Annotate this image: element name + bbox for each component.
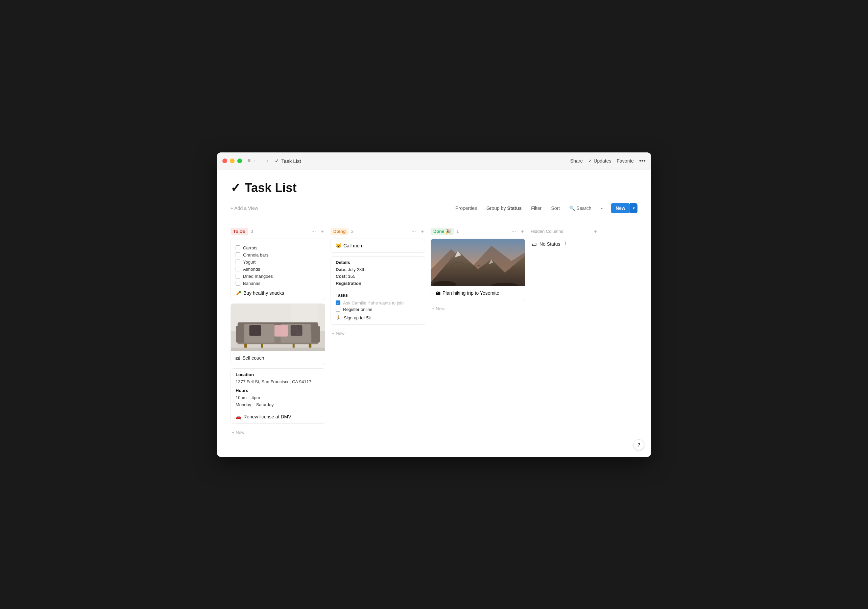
- card-buy-snacks-title: 🥕 Buy healthy snacks: [236, 290, 320, 296]
- more-options-button[interactable]: ···: [598, 203, 608, 213]
- back-button[interactable]: ←: [252, 157, 260, 164]
- titlebar: ≡ ← → ✓ Task List Share ✓ Updates Favori…: [217, 152, 651, 170]
- page-content: ✓ Task List + Add a View Properties Grou…: [217, 170, 651, 457]
- hiking-emoji: 🏔: [436, 290, 440, 296]
- todo-add-button[interactable]: +: [319, 228, 325, 235]
- sell-couch-emoji: 🛋: [236, 355, 240, 361]
- forward-button[interactable]: →: [263, 157, 271, 164]
- page-wrapper: ✓ Task List + Add a View Properties Grou…: [217, 170, 651, 457]
- card-hiking-yosemite[interactable]: 🏔 Plan hiking trip to Yosemite: [431, 239, 525, 300]
- page-header: ✓ Task List: [231, 170, 637, 200]
- card-buy-snacks-body: Carrots Granola bars Yogurt: [231, 239, 325, 300]
- new-button-group: New ▾: [611, 203, 637, 213]
- card-call-mom-body: 🐱 Call mom: [331, 239, 425, 253]
- details-title: Details: [336, 260, 420, 265]
- check-icon: ✓: [588, 158, 592, 164]
- date-row: Date: July 28th: [336, 266, 420, 273]
- properties-button[interactable]: Properties: [452, 203, 480, 213]
- done-more-button[interactable]: ···: [510, 228, 517, 235]
- checkbox-register-online[interactable]: [336, 307, 340, 311]
- buy-snacks-emoji: 🥕: [236, 290, 241, 296]
- done-add-button[interactable]: +: [519, 228, 525, 235]
- search-button[interactable]: 🔍 Search: [566, 203, 595, 213]
- checkbox-carrots[interactable]: [236, 245, 240, 250]
- hidden-columns: Hidden Columns + 🗃 No Status 1: [531, 226, 598, 450]
- doing-add-button[interactable]: +: [420, 228, 425, 235]
- done-add-new-button[interactable]: + New: [431, 304, 525, 314]
- checkbox-ask-camille[interactable]: ✓: [336, 301, 340, 305]
- sort-button[interactable]: Sort: [547, 203, 563, 213]
- hamburger-icon[interactable]: ≡: [247, 158, 251, 164]
- hours-value: 10am – 4pm: [236, 394, 320, 401]
- hours-label: Hours: [236, 388, 320, 393]
- couch-image: [231, 304, 325, 351]
- updates-button[interactable]: ✓ Updates: [588, 158, 611, 164]
- done-count: 1: [456, 229, 459, 234]
- column-doing: Doing 2 ··· + 🐱 Call mom: [330, 226, 425, 450]
- todo-more-button[interactable]: ···: [310, 228, 317, 235]
- card-sell-couch-body: 🛋 Sell couch: [231, 351, 325, 365]
- card-sell-couch[interactable]: 🛋 Sell couch: [231, 304, 325, 365]
- minimize-button[interactable]: [230, 158, 234, 163]
- svg-rect-10: [250, 325, 261, 336]
- card-renew-footer: 🚗 Renew license at DMV: [231, 413, 325, 423]
- doing-more-button[interactable]: ···: [410, 228, 417, 235]
- card-renew-dmv-body: Location 1377 Fell St, San Francisco, CA…: [231, 369, 325, 413]
- svg-rect-17: [261, 343, 263, 348]
- svg-rect-6: [311, 326, 320, 343]
- card-hiking-body: 🏔 Plan hiking trip to Yosemite: [431, 286, 525, 300]
- new-button[interactable]: New: [611, 203, 630, 213]
- maximize-button[interactable]: [237, 158, 242, 163]
- titlebar-nav: ← →: [252, 157, 271, 164]
- more-button[interactable]: •••: [639, 158, 646, 164]
- group-by-button[interactable]: Group by Status: [483, 203, 525, 213]
- no-status-icon: 🗃: [532, 241, 537, 247]
- no-status-label: No Status: [539, 241, 560, 247]
- card-hiking-title: 🏔 Plan hiking trip to Yosemite: [436, 290, 520, 296]
- task-item: ✓ Ask Camille if she wants to join: [336, 300, 420, 306]
- doing-column-actions: ··· +: [410, 228, 425, 235]
- filter-button[interactable]: Filter: [528, 203, 545, 213]
- todo-label: To Do: [231, 228, 248, 235]
- no-status-count: 1: [564, 241, 566, 246]
- column-todo: To Do 3 ··· + Carr: [231, 226, 325, 450]
- checklist-item: Dried mangoes: [236, 273, 320, 280]
- help-button[interactable]: ?: [634, 439, 644, 450]
- add-view-button[interactable]: + Add a View: [231, 206, 258, 211]
- toolbar: + Add a View Properties Group by Status …: [231, 200, 637, 219]
- favorite-button[interactable]: Favorite: [617, 158, 634, 164]
- titlebar-actions: Share ✓ Updates Favorite •••: [570, 158, 646, 164]
- doing-add-new-button[interactable]: + New: [330, 328, 425, 339]
- checklist-buy-snacks: Carrots Granola bars Yogurt: [236, 243, 320, 288]
- checkbox-granola[interactable]: [236, 253, 240, 257]
- titlebar-check-icon: ✓: [275, 158, 279, 164]
- svg-rect-18: [293, 343, 295, 348]
- traffic-lights: [222, 158, 242, 163]
- card-call-mom[interactable]: 🐱 Call mom: [330, 239, 425, 253]
- checkbox-bananas[interactable]: [236, 281, 240, 285]
- new-caret-button[interactable]: ▾: [630, 203, 637, 213]
- no-status-item[interactable]: 🗃 No Status 1: [531, 239, 598, 249]
- titlebar-title-text: Task List: [281, 158, 301, 164]
- checkbox-almonds[interactable]: [236, 267, 240, 271]
- search-icon: 🔍: [569, 206, 575, 211]
- location-label: Location: [236, 372, 320, 377]
- card-renew-dmv[interactable]: Location 1377 Fell St, San Francisco, CA…: [231, 368, 325, 424]
- todo-column-actions: ··· +: [310, 228, 325, 235]
- 5k-emoji: 🏃: [336, 315, 341, 321]
- todo-add-new-button[interactable]: + New: [231, 427, 325, 438]
- checklist-item: Granola bars: [236, 251, 320, 259]
- share-button[interactable]: Share: [570, 158, 583, 164]
- card-5k-tasks: Tasks ✓ Ask Camille if she wants to join…: [331, 291, 425, 324]
- svg-rect-5: [236, 326, 244, 343]
- hidden-columns-add-button[interactable]: +: [592, 228, 598, 235]
- page-title: Task List: [245, 181, 296, 195]
- close-button[interactable]: [222, 158, 227, 163]
- card-buy-snacks[interactable]: Carrots Granola bars Yogurt: [231, 239, 325, 300]
- done-column-actions: ··· +: [510, 228, 525, 235]
- checkbox-dried-mangoes[interactable]: [236, 274, 240, 279]
- hours-days: Monday – Saturday: [236, 401, 320, 409]
- card-sign-up-5k[interactable]: Details Date: July 28th Cost: $55 Regist…: [330, 256, 425, 325]
- checkbox-yogurt[interactable]: [236, 260, 240, 264]
- card-call-mom-title: 🐱 Call mom: [336, 243, 420, 248]
